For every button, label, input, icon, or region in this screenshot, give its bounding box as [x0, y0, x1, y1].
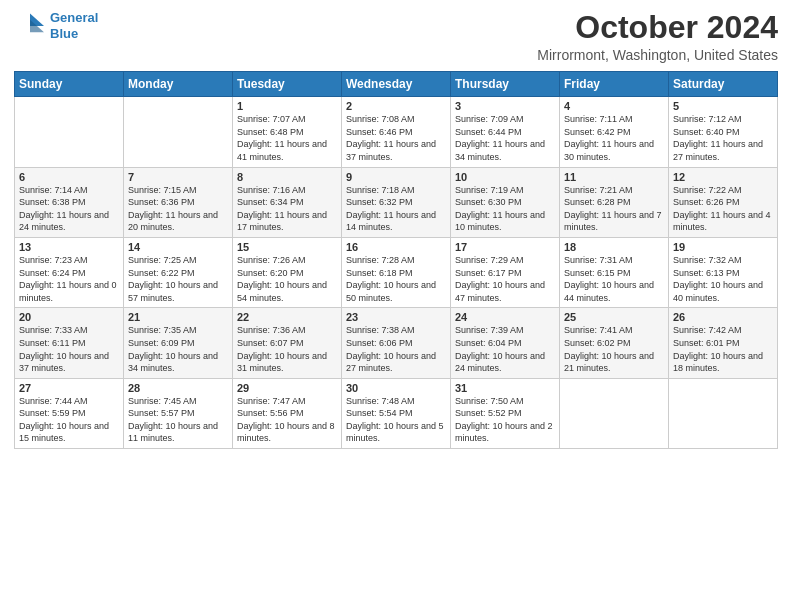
- day-detail: Sunrise: 7:11 AMSunset: 6:42 PMDaylight:…: [564, 113, 664, 163]
- day-number: 27: [19, 382, 119, 394]
- table-row: 2Sunrise: 7:08 AMSunset: 6:46 PMDaylight…: [342, 97, 451, 167]
- day-number: 22: [237, 311, 337, 323]
- day-number: 31: [455, 382, 555, 394]
- header: General Blue October 2024 Mirrormont, Wa…: [14, 10, 778, 63]
- day-detail: Sunrise: 7:15 AMSunset: 6:36 PMDaylight:…: [128, 184, 228, 234]
- table-row: 23Sunrise: 7:38 AMSunset: 6:06 PMDayligh…: [342, 308, 451, 378]
- day-detail: Sunrise: 7:12 AMSunset: 6:40 PMDaylight:…: [673, 113, 773, 163]
- day-detail: Sunrise: 7:32 AMSunset: 6:13 PMDaylight:…: [673, 254, 773, 304]
- table-row: 25Sunrise: 7:41 AMSunset: 6:02 PMDayligh…: [560, 308, 669, 378]
- day-number: 13: [19, 241, 119, 253]
- day-number: 3: [455, 100, 555, 112]
- table-row: 28Sunrise: 7:45 AMSunset: 5:57 PMDayligh…: [124, 378, 233, 448]
- day-number: 23: [346, 311, 446, 323]
- day-detail: Sunrise: 7:23 AMSunset: 6:24 PMDaylight:…: [19, 254, 119, 304]
- table-row: 30Sunrise: 7:48 AMSunset: 5:54 PMDayligh…: [342, 378, 451, 448]
- table-row: 7Sunrise: 7:15 AMSunset: 6:36 PMDaylight…: [124, 167, 233, 237]
- day-detail: Sunrise: 7:48 AMSunset: 5:54 PMDaylight:…: [346, 395, 446, 445]
- table-row: 9Sunrise: 7:18 AMSunset: 6:32 PMDaylight…: [342, 167, 451, 237]
- logo-text: General Blue: [50, 10, 98, 41]
- table-row: 19Sunrise: 7:32 AMSunset: 6:13 PMDayligh…: [669, 237, 778, 307]
- table-row: 26Sunrise: 7:42 AMSunset: 6:01 PMDayligh…: [669, 308, 778, 378]
- table-row: 17Sunrise: 7:29 AMSunset: 6:17 PMDayligh…: [451, 237, 560, 307]
- table-row: 29Sunrise: 7:47 AMSunset: 5:56 PMDayligh…: [233, 378, 342, 448]
- table-row: 11Sunrise: 7:21 AMSunset: 6:28 PMDayligh…: [560, 167, 669, 237]
- day-detail: Sunrise: 7:38 AMSunset: 6:06 PMDaylight:…: [346, 324, 446, 374]
- day-detail: Sunrise: 7:50 AMSunset: 5:52 PMDaylight:…: [455, 395, 555, 445]
- day-detail: Sunrise: 7:28 AMSunset: 6:18 PMDaylight:…: [346, 254, 446, 304]
- logo-line1: General: [50, 10, 98, 25]
- day-detail: Sunrise: 7:09 AMSunset: 6:44 PMDaylight:…: [455, 113, 555, 163]
- day-number: 20: [19, 311, 119, 323]
- table-row: 14Sunrise: 7:25 AMSunset: 6:22 PMDayligh…: [124, 237, 233, 307]
- table-row: 1Sunrise: 7:07 AMSunset: 6:48 PMDaylight…: [233, 97, 342, 167]
- day-detail: Sunrise: 7:18 AMSunset: 6:32 PMDaylight:…: [346, 184, 446, 234]
- calendar-week-row: 6Sunrise: 7:14 AMSunset: 6:38 PMDaylight…: [15, 167, 778, 237]
- table-row: 22Sunrise: 7:36 AMSunset: 6:07 PMDayligh…: [233, 308, 342, 378]
- day-detail: Sunrise: 7:25 AMSunset: 6:22 PMDaylight:…: [128, 254, 228, 304]
- table-row: 12Sunrise: 7:22 AMSunset: 6:26 PMDayligh…: [669, 167, 778, 237]
- day-number: 25: [564, 311, 664, 323]
- table-row: 6Sunrise: 7:14 AMSunset: 6:38 PMDaylight…: [15, 167, 124, 237]
- calendar-week-row: 27Sunrise: 7:44 AMSunset: 5:59 PMDayligh…: [15, 378, 778, 448]
- day-number: 11: [564, 171, 664, 183]
- table-row: 20Sunrise: 7:33 AMSunset: 6:11 PMDayligh…: [15, 308, 124, 378]
- calendar-week-row: 1Sunrise: 7:07 AMSunset: 6:48 PMDaylight…: [15, 97, 778, 167]
- table-row: 5Sunrise: 7:12 AMSunset: 6:40 PMDaylight…: [669, 97, 778, 167]
- day-number: 4: [564, 100, 664, 112]
- col-sunday: Sunday: [15, 72, 124, 97]
- page: General Blue October 2024 Mirrormont, Wa…: [0, 0, 792, 612]
- day-detail: Sunrise: 7:22 AMSunset: 6:26 PMDaylight:…: [673, 184, 773, 234]
- day-number: 26: [673, 311, 773, 323]
- day-number: 19: [673, 241, 773, 253]
- day-number: 8: [237, 171, 337, 183]
- day-detail: Sunrise: 7:21 AMSunset: 6:28 PMDaylight:…: [564, 184, 664, 234]
- day-number: 28: [128, 382, 228, 394]
- day-number: 7: [128, 171, 228, 183]
- day-number: 2: [346, 100, 446, 112]
- day-number: 29: [237, 382, 337, 394]
- table-row: 21Sunrise: 7:35 AMSunset: 6:09 PMDayligh…: [124, 308, 233, 378]
- day-detail: Sunrise: 7:26 AMSunset: 6:20 PMDaylight:…: [237, 254, 337, 304]
- day-number: 17: [455, 241, 555, 253]
- col-monday: Monday: [124, 72, 233, 97]
- day-number: 30: [346, 382, 446, 394]
- day-number: 24: [455, 311, 555, 323]
- table-row: 13Sunrise: 7:23 AMSunset: 6:24 PMDayligh…: [15, 237, 124, 307]
- day-number: 1: [237, 100, 337, 112]
- day-detail: Sunrise: 7:08 AMSunset: 6:46 PMDaylight:…: [346, 113, 446, 163]
- col-thursday: Thursday: [451, 72, 560, 97]
- col-tuesday: Tuesday: [233, 72, 342, 97]
- day-number: 5: [673, 100, 773, 112]
- table-row: 27Sunrise: 7:44 AMSunset: 5:59 PMDayligh…: [15, 378, 124, 448]
- table-row: 3Sunrise: 7:09 AMSunset: 6:44 PMDaylight…: [451, 97, 560, 167]
- day-detail: Sunrise: 7:14 AMSunset: 6:38 PMDaylight:…: [19, 184, 119, 234]
- col-saturday: Saturday: [669, 72, 778, 97]
- day-detail: Sunrise: 7:07 AMSunset: 6:48 PMDaylight:…: [237, 113, 337, 163]
- table-row: 15Sunrise: 7:26 AMSunset: 6:20 PMDayligh…: [233, 237, 342, 307]
- day-number: 21: [128, 311, 228, 323]
- logo-line2: Blue: [50, 26, 78, 41]
- col-wednesday: Wednesday: [342, 72, 451, 97]
- logo-icon: [14, 12, 46, 40]
- day-detail: Sunrise: 7:44 AMSunset: 5:59 PMDaylight:…: [19, 395, 119, 445]
- day-number: 15: [237, 241, 337, 253]
- table-row: 31Sunrise: 7:50 AMSunset: 5:52 PMDayligh…: [451, 378, 560, 448]
- day-detail: Sunrise: 7:19 AMSunset: 6:30 PMDaylight:…: [455, 184, 555, 234]
- day-number: 6: [19, 171, 119, 183]
- day-detail: Sunrise: 7:39 AMSunset: 6:04 PMDaylight:…: [455, 324, 555, 374]
- title-block: October 2024 Mirrormont, Washington, Uni…: [537, 10, 778, 63]
- month-title: October 2024: [537, 10, 778, 45]
- table-row: 8Sunrise: 7:16 AMSunset: 6:34 PMDaylight…: [233, 167, 342, 237]
- day-detail: Sunrise: 7:36 AMSunset: 6:07 PMDaylight:…: [237, 324, 337, 374]
- calendar-week-row: 13Sunrise: 7:23 AMSunset: 6:24 PMDayligh…: [15, 237, 778, 307]
- day-detail: Sunrise: 7:47 AMSunset: 5:56 PMDaylight:…: [237, 395, 337, 445]
- location: Mirrormont, Washington, United States: [537, 47, 778, 63]
- calendar-week-row: 20Sunrise: 7:33 AMSunset: 6:11 PMDayligh…: [15, 308, 778, 378]
- table-row: [669, 378, 778, 448]
- day-detail: Sunrise: 7:29 AMSunset: 6:17 PMDaylight:…: [455, 254, 555, 304]
- table-row: 10Sunrise: 7:19 AMSunset: 6:30 PMDayligh…: [451, 167, 560, 237]
- day-detail: Sunrise: 7:41 AMSunset: 6:02 PMDaylight:…: [564, 324, 664, 374]
- day-detail: Sunrise: 7:31 AMSunset: 6:15 PMDaylight:…: [564, 254, 664, 304]
- day-detail: Sunrise: 7:35 AMSunset: 6:09 PMDaylight:…: [128, 324, 228, 374]
